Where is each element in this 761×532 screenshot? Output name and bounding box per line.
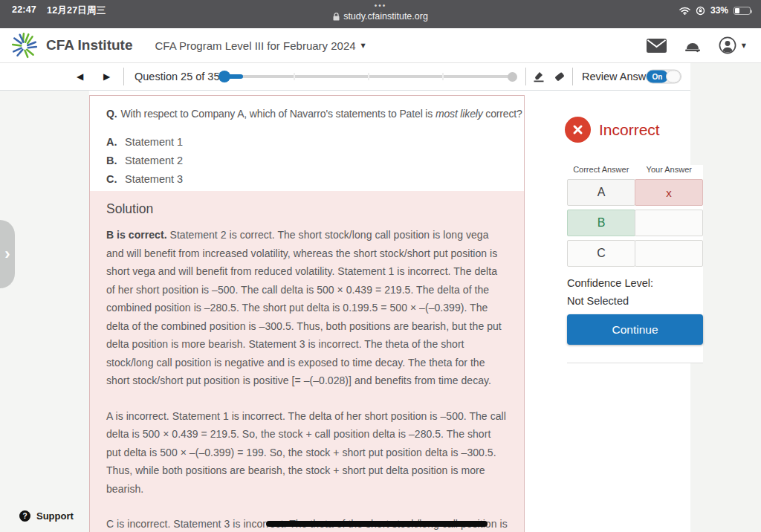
brand-name: CFA Institute xyxy=(46,37,132,53)
your-answer-cell-b xyxy=(635,210,703,236)
chevron-down-icon: ▼ xyxy=(361,42,366,49)
eraser-icon[interactable] xyxy=(553,71,566,83)
address-bar[interactable]: study.cfainstitute.org xyxy=(333,11,428,22)
slider-thumb[interactable] xyxy=(218,71,230,82)
solution-text: Statement 2 is correct. The short stock/… xyxy=(106,229,502,386)
question-label: Q. xyxy=(106,108,117,120)
your-answer-cell-a: x xyxy=(635,179,703,206)
question-text-part: With respect to Company A, which of Nava… xyxy=(120,108,435,120)
header-actions: ▼ xyxy=(647,36,746,54)
result-indicator: Incorrect xyxy=(565,117,660,143)
chevron-right-icon: › xyxy=(4,246,10,262)
question-text-italic: most likely xyxy=(435,108,483,120)
answer-table-headers: Correct Answer Your Answer xyxy=(567,165,703,174)
option-letter: C. xyxy=(106,172,117,186)
url-text: study.cfainstitute.org xyxy=(343,11,428,22)
question-mark-icon: ? xyxy=(19,510,30,522)
toolbar-divider xyxy=(123,68,124,85)
tab-dots-icon: ••• xyxy=(0,2,761,10)
support-button[interactable]: ? Support xyxy=(19,510,74,522)
avatar-icon xyxy=(719,36,736,54)
answer-row-c: C xyxy=(567,240,703,267)
wifi-icon xyxy=(679,7,690,15)
panel-divider xyxy=(567,363,703,363)
slider-tick xyxy=(294,73,295,80)
previous-question-button[interactable]: ◀ xyxy=(77,71,83,82)
option-text: Statement 1 xyxy=(125,134,183,149)
option-b[interactable]: B. Statement 2 xyxy=(106,153,508,168)
question-card: Q.With respect to Company A, which of Na… xyxy=(89,95,525,532)
result-label: Incorrect xyxy=(599,121,660,139)
next-question-button[interactable]: ▶ xyxy=(103,71,110,82)
rotation-lock-icon xyxy=(696,6,705,16)
highlighter-icon[interactable] xyxy=(532,70,545,83)
question-text: Q.With respect to Company A, which of Na… xyxy=(106,106,508,121)
option-text: Statement 3 xyxy=(125,172,183,186)
toggle-on-label: On xyxy=(647,71,668,83)
your-answer-header: Your Answer xyxy=(635,165,704,174)
battery-percent: 33% xyxy=(710,5,728,16)
review-answer-label: Review Answer xyxy=(582,71,655,82)
solution-heading: Solution xyxy=(106,201,508,217)
answer-widget: Correct Answer Your Answer A x B C Confi… xyxy=(567,165,703,363)
review-answer-toggle[interactable]: On xyxy=(646,70,681,84)
solution-lead: B is correct. xyxy=(106,229,167,241)
correct-answer-cell-b: B xyxy=(567,210,635,236)
incorrect-x-icon xyxy=(565,117,591,143)
option-c[interactable]: C. Statement 3 xyxy=(106,172,508,186)
alerts-icon[interactable] xyxy=(684,39,701,53)
continue-button[interactable]: Continue xyxy=(567,314,703,345)
program-dropdown[interactable]: CFA Program Level III for February 2024 … xyxy=(155,39,365,52)
sidebar-expand-handle[interactable]: › xyxy=(0,220,15,288)
option-text: Statement 2 xyxy=(125,153,183,168)
confidence-block: Confidence Level: Not Selected xyxy=(567,274,703,310)
status-right: 33% xyxy=(679,5,751,16)
lock-icon xyxy=(333,13,340,21)
slider-tick xyxy=(368,73,369,80)
support-label: Support xyxy=(36,510,74,522)
program-title: CFA Program Level III for February 2024 xyxy=(155,39,355,52)
solution-section: Solution B is correct. Statement 2 is co… xyxy=(90,191,524,532)
messages-icon[interactable] xyxy=(647,39,667,53)
toggle-knob[interactable] xyxy=(666,71,681,83)
correct-answer-header: Correct Answer xyxy=(567,165,635,174)
status-center: ••• study.cfainstitute.org xyxy=(0,0,761,24)
answer-options: A. Statement 1 B. Statement 2 C. Stateme… xyxy=(106,134,508,186)
home-indicator[interactable] xyxy=(266,521,488,527)
account-menu[interactable]: ▼ xyxy=(719,36,746,54)
question-toolbar: ◀ ▶ Question 25 of 35 Review Answer On xyxy=(0,63,761,91)
option-letter: A. xyxy=(106,134,117,149)
toolbar-divider xyxy=(525,68,526,85)
status-bar: 22:47 12月27日周三 ••• study.cfainstitute.or… xyxy=(0,0,761,28)
answer-row-b: B xyxy=(567,210,703,236)
chevron-down-icon: ▼ xyxy=(742,42,746,49)
question-block: Q.With respect to Company A, which of Na… xyxy=(90,96,524,186)
screen: 22:47 12月27日周三 ••• study.cfainstitute.or… xyxy=(0,0,761,532)
question-text-part: correct? xyxy=(483,108,522,120)
battery-icon xyxy=(734,7,751,15)
solution-paragraph-1: B is correct. Statement 2 is correct. Th… xyxy=(106,226,508,390)
confidence-label: Confidence Level: xyxy=(567,274,703,292)
left-gutter xyxy=(0,91,89,532)
toolbar-divider xyxy=(572,68,573,85)
solution-paragraph-2: A is incorrect. Statement 1 is incorrect… xyxy=(106,407,508,499)
slider-tick xyxy=(442,73,444,80)
correct-answer-cell-a: A xyxy=(567,179,635,206)
correct-answer-cell-c: C xyxy=(567,240,635,267)
slider-end-cap xyxy=(508,72,517,82)
app-header: CFA Institute CFA Program Level III for … xyxy=(0,28,761,63)
cfa-logo-icon xyxy=(10,31,39,59)
your-answer-cell-c xyxy=(635,240,703,267)
question-progress-slider[interactable] xyxy=(219,71,516,82)
option-letter: B. xyxy=(106,153,117,168)
option-a[interactable]: A. Statement 1 xyxy=(106,134,508,149)
answer-row-a: A x xyxy=(567,179,703,206)
confidence-value: Not Selected xyxy=(567,292,703,310)
question-counter: Question 25 of 35 xyxy=(135,71,219,82)
